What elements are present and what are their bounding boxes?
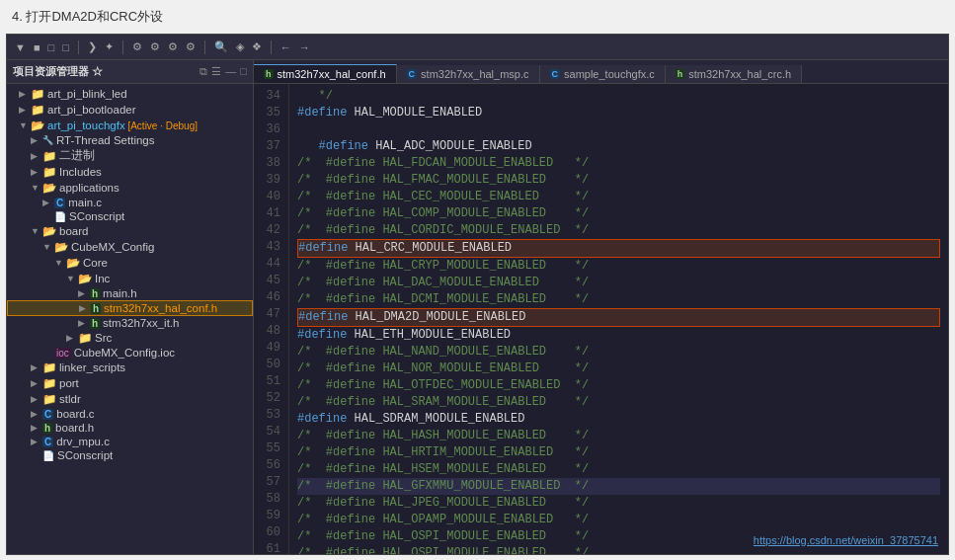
- sidebar-item-cubemx-ioc[interactable]: ▶ ioc CubeMX_Config.ioc: [7, 346, 253, 360]
- label-linker: linker_scripts: [59, 361, 125, 373]
- arrow-linker: ▶: [31, 362, 42, 372]
- label-includes: Includes: [59, 166, 102, 178]
- code-line-39: /* #define HAL_FMAC_MODULE_ENABLED */: [297, 172, 940, 189]
- label-blink-led: art_pi_blink_led: [47, 88, 127, 100]
- sidebar-item-drv-mpu[interactable]: ▶ C drv_mpu.c: [7, 435, 253, 448]
- label-hal-it: stm32h7xx_it.h: [103, 317, 179, 329]
- editor-area: h stm32h7xx_hal_conf.h C stm32h7xx_hal_m…: [254, 60, 948, 554]
- toolbar-icon-4[interactable]: □: [60, 40, 71, 54]
- code-line-40: /* #define HAL_CEC_MODULE_ENABLED */: [297, 189, 940, 205]
- toolbar-icon-11[interactable]: ◈: [234, 40, 246, 54]
- sidebar-item-rt-settings[interactable]: ▶ 🔧 RT-Thread Settings: [7, 133, 253, 147]
- sidebar-item-binary[interactable]: ▶ 📁 二进制: [7, 147, 253, 164]
- sidebar-item-core[interactable]: ▼ 📂 Core: [7, 255, 253, 271]
- arrow-binary: ▶: [31, 151, 42, 161]
- sidebar-item-sconstruct1[interactable]: ▶ 📄 SConscript: [7, 209, 253, 223]
- code-editor: 34353637 38394041 42434445 46474849 5051…: [254, 84, 948, 554]
- folder-icon-cubemx: 📂: [54, 240, 68, 254]
- toolbar-icon-3[interactable]: □: [46, 40, 57, 54]
- arrow-touchgfx: ▼: [19, 120, 31, 130]
- folder-icon-bootloader: 📁: [31, 103, 44, 117]
- arrow-src: ▶: [66, 333, 78, 343]
- sidebar-item-applications[interactable]: ▼ 📂 applications: [7, 180, 253, 196]
- toolbar-icon-9[interactable]: ⚙: [166, 40, 180, 54]
- c-icon-board: C: [42, 409, 53, 420]
- toolbar-icon-12[interactable]: ❖: [250, 40, 264, 54]
- code-content[interactable]: */ #define HAL_MODULE_ENABLED #define HA…: [289, 84, 948, 554]
- toolbar-icon-forward[interactable]: →: [297, 40, 312, 54]
- arrow-inc: ▼: [66, 274, 78, 283]
- label-sconstruct1: SConscript: [69, 210, 124, 222]
- label-touchgfx: art_pi_touchgfx: [47, 120, 125, 131]
- sidebar-menu-icon[interactable]: ☰: [211, 65, 221, 78]
- tab-bar: h stm32h7xx_hal_conf.h C stm32h7xx_hal_m…: [254, 60, 948, 84]
- tab-icon-hal-crc: h: [676, 69, 685, 79]
- sidebar-max-icon[interactable]: □: [240, 65, 247, 78]
- code-line-47: #define HAL_DMA2D_MODULE_ENABLED: [297, 308, 940, 327]
- sidebar-item-hal-conf[interactable]: ▶ h stm32h7xx_hal_conf.h: [7, 300, 253, 316]
- arrow-rt-settings: ▶: [31, 135, 42, 145]
- tab-sample-touchgfx[interactable]: C sample_touchgfx.c: [540, 65, 666, 83]
- sidebar-collapse-icon[interactable]: ⧉: [199, 65, 207, 78]
- code-line-46: /* #define HAL_DCMI_MODULE_ENABLED */: [297, 291, 940, 308]
- toolbar-icon-back[interactable]: ←: [279, 40, 293, 54]
- arrow-sconstruct2: ▶: [31, 450, 42, 460]
- arrow-blink-led: ▶: [19, 89, 31, 99]
- code-line-52: /* #define HAL_SRAM_MODULE_ENABLED */: [297, 394, 940, 411]
- sidebar-item-bootloader[interactable]: ▶ 📁 art_pi_bootloader: [7, 102, 253, 118]
- toolbar-icon-8[interactable]: ⚙: [148, 40, 162, 54]
- tab-hal-crc[interactable]: h stm32h7xx_hal_crc.h: [666, 65, 802, 83]
- toolbar-icon-search[interactable]: 🔍: [212, 40, 230, 54]
- arrow-bootloader: ▶: [19, 105, 31, 115]
- sidebar-item-main-h[interactable]: ▶ h main.h: [7, 286, 253, 300]
- sidebar-item-src[interactable]: ▶ 📁 Src: [7, 330, 253, 346]
- arrow-stldr: ▶: [31, 394, 42, 404]
- watermark: https://blog.csdn.net/weixin_37875741: [754, 534, 938, 546]
- code-line-49: /* #define HAL_NAND_MODULE_ENABLED */: [297, 344, 940, 360]
- sidebar-item-board-h[interactable]: ▶ h board.h: [7, 421, 253, 435]
- toolbar-icon-6[interactable]: ✦: [103, 40, 116, 54]
- label-board-h: board.h: [55, 422, 94, 434]
- code-line-59: /* #define HAL_OPAMP_MODULE_ENABLED */: [297, 512, 940, 528]
- tab-label-hal-msp: stm32h7xx_hal_msp.c: [421, 68, 528, 80]
- arrow-port: ▶: [31, 378, 42, 388]
- code-line-61: /* #define HAL_OSPI_MODULE_ENABLED */: [297, 545, 940, 554]
- sidebar-item-stldr[interactable]: ▶ 📁 stldr: [7, 391, 253, 407]
- code-line-35: #define HAL_MODULE_ENABLED: [297, 105, 940, 121]
- sidebar-item-blink-led[interactable]: ▶ 📁 art_pi_blink_led: [7, 86, 253, 102]
- sidebar-close-icon[interactable]: —: [225, 65, 236, 78]
- folder-icon-applications: 📂: [42, 181, 56, 195]
- folder-icon-core: 📂: [66, 256, 80, 270]
- sidebar-item-sconstruct2[interactable]: ▶ 📄 SConscript: [7, 448, 253, 462]
- sidebar-item-includes[interactable]: ▶ 📁 Includes: [7, 164, 253, 180]
- toolbar-icon-5[interactable]: ❯: [86, 40, 99, 54]
- sidebar-item-board[interactable]: ▼ 📂 board: [7, 223, 253, 239]
- arrow-board: ▼: [31, 226, 42, 236]
- sidebar-item-touchgfx[interactable]: ▼ 📂 art_pi_touchgfx [Active · Debug]: [7, 118, 253, 133]
- toolbar-icon-7[interactable]: ⚙: [130, 40, 144, 54]
- code-line-53: #define HAL_SDRAM_MODULE_ENABLED: [297, 411, 940, 428]
- arrow-main-c: ▶: [42, 198, 54, 207]
- label-main-c: main.c: [68, 197, 102, 208]
- sidebar-item-inc[interactable]: ▼ 📂 Inc: [7, 271, 253, 286]
- toolbar-separator-4: [271, 40, 272, 54]
- toolbar-icon-1[interactable]: ▼: [13, 40, 28, 54]
- ide-body: 项目资源管理器 ☆ ⧉ ☰ — □ ▶ 📁 art_pi_blink_led: [7, 60, 948, 554]
- toolbar-icon-2[interactable]: ■: [32, 40, 42, 54]
- folder-icon-binary: 📁: [42, 149, 56, 163]
- sidebar-item-port[interactable]: ▶ 📁 port: [7, 375, 253, 391]
- sidebar-item-cubemx-config[interactable]: ▼ 📂 CubeMX_Config: [7, 239, 253, 255]
- sidebar-item-linker[interactable]: ▶ 📁 linker_scripts: [7, 360, 253, 375]
- label-board-c: board.c: [56, 408, 94, 420]
- arrow-board-c: ▶: [31, 409, 42, 419]
- toolbar-icon-10[interactable]: ⚙: [184, 40, 198, 54]
- folder-icon-port: 📁: [42, 376, 56, 390]
- line-numbers: 34353637 38394041 42434445 46474849 5051…: [254, 84, 289, 554]
- sidebar-item-main-c[interactable]: ▶ C main.c: [7, 196, 253, 209]
- sidebar-item-board-c[interactable]: ▶ C board.c: [7, 407, 253, 421]
- tab-hal-msp[interactable]: C stm32h7xx_hal_msp.c: [397, 65, 540, 83]
- tab-hal-conf[interactable]: h stm32h7xx_hal_conf.h: [254, 64, 397, 83]
- sidebar-item-hal-it[interactable]: ▶ h stm32h7xx_it.h: [7, 316, 253, 330]
- arrow-hal-conf: ▶: [79, 303, 91, 313]
- toolbar-separator-2: [122, 40, 123, 54]
